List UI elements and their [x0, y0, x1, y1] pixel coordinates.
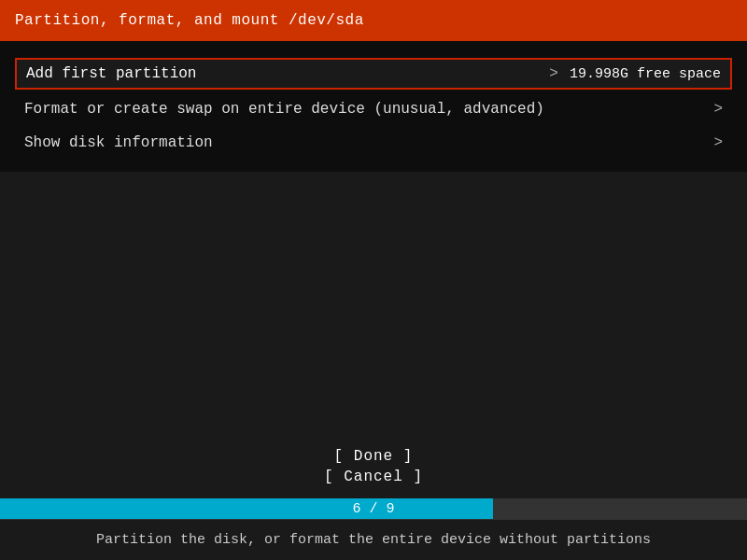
footer: Partition the disk, or format the entire… [0, 519, 747, 560]
progress-bar-fill [0, 498, 493, 519]
main-content: Add first partition > 19.998G free space… [0, 41, 747, 172]
progress-text: 6 / 9 [352, 501, 394, 517]
menu-item-show-disk-info[interactable]: Show disk information > [15, 127, 732, 159]
format-swap-arrow: > [713, 101, 723, 118]
add-partition-label: Add first partition [26, 65, 538, 82]
footer-text: Partition the disk, or format the entire… [96, 532, 651, 548]
format-swap-label: Format or create swap on entire device (… [24, 101, 706, 118]
show-disk-info-label: Show disk information [24, 134, 706, 151]
show-disk-info-arrow: > [713, 134, 723, 151]
menu-item-add-partition[interactable]: Add first partition > 19.998G free space [15, 58, 732, 90]
menu-item-format-swap[interactable]: Format or create swap on entire device (… [15, 93, 732, 125]
done-button[interactable]: [ Done ] [334, 448, 414, 465]
header-title: Partition, format, and mount /dev/sda [15, 12, 364, 29]
progress-bar-container: 6 / 9 [0, 498, 747, 519]
add-partition-arrow: > [549, 65, 558, 82]
add-partition-info: 19.998G free space [570, 66, 721, 82]
cancel-button[interactable]: [ Cancel ] [324, 469, 423, 485]
menu-container: Add first partition > 19.998G free space… [15, 58, 732, 159]
buttons-area: [ Done ] [ Cancel ] [0, 448, 747, 485]
header: Partition, format, and mount /dev/sda [0, 0, 747, 41]
